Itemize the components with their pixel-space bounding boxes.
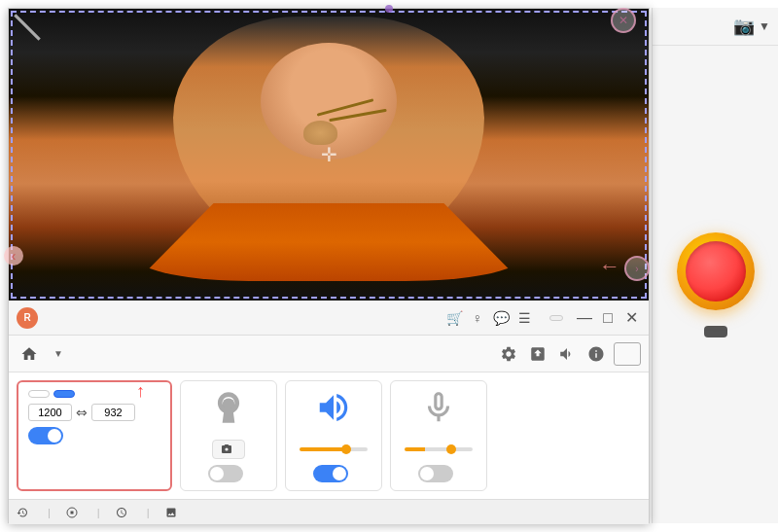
camera-dropdown-icon[interactable]: ▼ — [759, 19, 770, 33]
info-icon[interactable] — [584, 342, 608, 366]
microphone-toggle[interactable] — [418, 465, 453, 482]
system-sound-toggle-row — [313, 465, 354, 482]
left-arrow-button[interactable]: ‹ — [4, 246, 23, 266]
webcam-card — [180, 380, 277, 491]
task-schedule-item[interactable] — [116, 507, 131, 518]
minimize-button[interactable]: — — [575, 308, 594, 328]
camera-toolbar: 📷 ▼ — [653, 8, 778, 46]
menu-icon[interactable]: ☰ — [514, 308, 534, 328]
webcam-toggle-row — [208, 465, 249, 482]
microphone-slider[interactable] — [405, 447, 473, 451]
separator2: | — [97, 507, 100, 518]
chat-icon[interactable]: 💬 — [491, 308, 511, 328]
svg-line-1 — [15, 15, 39, 39]
mode-selector[interactable]: ▼ — [42, 348, 71, 359]
system-sound-card — [285, 380, 382, 491]
display-toggle[interactable] — [28, 427, 63, 444]
swap-icon: ⇔ — [76, 405, 88, 420]
export-icon[interactable] — [526, 342, 549, 366]
full-button[interactable] — [28, 390, 50, 398]
settings-icon[interactable] — [497, 342, 520, 366]
controls-area: ⇔ — [9, 372, 649, 499]
auto-stop-item[interactable] — [66, 507, 82, 518]
microphone-icon — [420, 389, 457, 434]
webcam-toggle[interactable] — [208, 465, 243, 482]
maximize-button[interactable]: □ — [598, 308, 618, 328]
right-handle-circle[interactable]: › — [624, 256, 650, 281]
fps-icon[interactable] — [614, 342, 641, 366]
rec-button[interactable] — [677, 232, 755, 310]
mode-arrow-icon: ▼ — [53, 348, 63, 359]
cart-icon[interactable]: 🛒 — [444, 308, 464, 328]
dimensions-row: ⇔ — [28, 404, 160, 421]
record-watermark-item[interactable] — [165, 507, 181, 518]
move-cursor-icon: ✛ — [321, 143, 337, 166]
status-bar: | | | — [9, 499, 649, 524]
rec-circle-inner — [686, 241, 746, 301]
system-sound-slider[interactable] — [300, 447, 368, 451]
webcam-icon — [210, 389, 247, 434]
user-icon[interactable]: ♀ — [468, 308, 487, 328]
audio-icon[interactable] — [555, 342, 579, 366]
camera-icon[interactable]: 📷 — [733, 16, 755, 37]
right-handle-icon: › — [635, 264, 638, 274]
home-button[interactable] — [17, 341, 42, 367]
rec-button-container — [677, 46, 755, 523]
mini-button[interactable] — [549, 315, 563, 321]
resize-handle-top[interactable] — [385, 5, 393, 13]
height-input[interactable] — [91, 404, 135, 421]
recording-area-card: ⇔ — [17, 380, 172, 491]
width-input[interactable] — [28, 404, 72, 421]
display-row — [28, 427, 160, 444]
video-preview: ✛ — [9, 9, 649, 301]
microphone-toggle-row — [418, 465, 459, 482]
custom-button[interactable] — [53, 390, 75, 398]
upload-arrow-icon: ↑ — [136, 381, 145, 402]
toolbar: ▼ — [9, 336, 649, 372]
recording-history-item[interactable] — [17, 507, 32, 518]
advanced-recorder-button[interactable] — [704, 326, 727, 337]
system-sound-icon — [315, 389, 352, 434]
close-button[interactable]: ✕ — [621, 308, 641, 328]
system-sound-toggle[interactable] — [313, 465, 348, 482]
microphone-card — [390, 380, 487, 491]
take-photo-button[interactable] — [212, 440, 245, 459]
app-window: ✛ R 🛒 ♀ 💬 ☰ — □ ✕ ▼ — [8, 8, 650, 523]
separator1: | — [48, 507, 51, 518]
rec-panel: 📷 ▼ — [652, 8, 778, 523]
separator3: | — [147, 507, 150, 518]
app-logo: R — [17, 307, 38, 329]
video-close-button[interactable]: ✕ — [611, 8, 636, 33]
title-bar: R 🛒 ♀ 💬 ☰ — □ ✕ — [9, 301, 649, 336]
